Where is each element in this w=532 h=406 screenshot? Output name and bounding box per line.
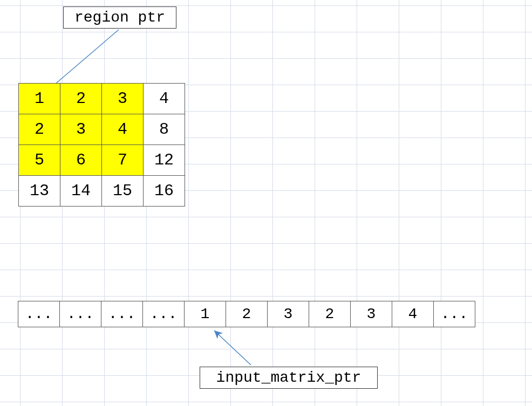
matrix-row: 13 14 15 16 [19, 176, 185, 207]
matrix-row: 1 2 3 4 [19, 84, 185, 114]
buffer-cell: ... [142, 301, 185, 327]
buffer-cell: ... [59, 301, 101, 327]
buffer-cell: 4 [392, 301, 434, 327]
buffer-cell: ... [433, 301, 475, 327]
matrix-cell: 2 [60, 83, 102, 114]
matrix-cell: 12 [143, 144, 185, 176]
matrix-cell: 7 [101, 144, 144, 176]
buffer-cell: ... [18, 301, 60, 327]
matrix-cell: 13 [18, 175, 60, 207]
buffer-cell: 3 [350, 301, 392, 327]
buffer-cell: 2 [309, 301, 351, 327]
matrix-cell: 8 [143, 114, 185, 145]
buffer-cell: 1 [184, 301, 226, 327]
matrix-cell: 1 [18, 83, 60, 114]
matrix-cell: 14 [60, 175, 102, 207]
matrix-cell: 5 [18, 144, 60, 176]
matrix-grid: 1 2 3 4 2 3 4 8 5 6 7 12 13 14 15 16 [19, 84, 185, 207]
matrix-cell: 15 [101, 175, 144, 207]
buffer-cell: ... [101, 301, 143, 327]
buffer-cell: 2 [226, 301, 268, 327]
input-matrix-ptr-label: input_matrix_ptr [200, 367, 378, 389]
matrix-cell: 3 [101, 83, 144, 114]
matrix-cell: 16 [143, 175, 185, 207]
region-ptr-label: region ptr [63, 6, 176, 29]
matrix-row: 5 6 7 12 [19, 145, 185, 176]
buffer-cell: 3 [267, 301, 309, 327]
matrix-cell: 4 [101, 114, 144, 145]
matrix-cell: 2 [18, 114, 60, 145]
matrix-cell: 3 [60, 114, 102, 145]
matrix-row: 2 3 4 8 [19, 114, 185, 145]
buffer-row: ... ... ... ... 1 2 3 2 3 4 ... [18, 301, 475, 327]
matrix-cell: 6 [60, 144, 102, 176]
matrix-cell: 4 [143, 83, 185, 114]
